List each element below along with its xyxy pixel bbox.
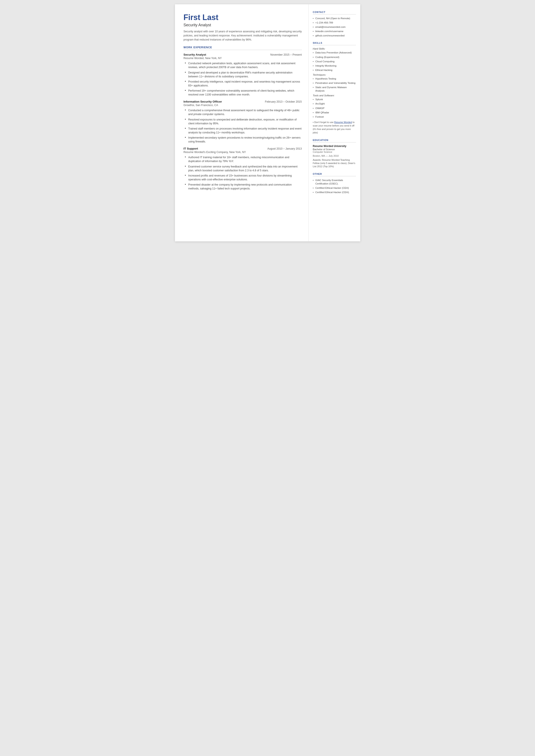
list-item: Static and Dynamic Malware Analysis [313, 86, 356, 93]
job-3-bullets: Authored IT training material for 18+ st… [183, 155, 302, 190]
tools-list: Splunk ArcSight OWASP IBM QRadar Fortine… [313, 98, 356, 118]
education-heading: EDUCATION [313, 139, 356, 142]
job-3: IT Support August 2010 – January 2013 Re… [183, 147, 302, 190]
list-item: Conducted network penetration tests, app… [184, 61, 302, 69]
work-experience-heading: WORK EXPERIENCE [183, 46, 302, 50]
job-3-dates: August 2010 – January 2013 [268, 147, 302, 150]
list-item: Trained staff members on processes invol… [184, 127, 302, 134]
job-1-bullets: Conducted network penetration tests, app… [183, 61, 302, 97]
list-item: Certified Ethical Hacker (CEH) [313, 186, 356, 190]
job-1: Security Analyst November 2015 – Present… [183, 53, 302, 97]
list-item: Fortinet [313, 115, 356, 119]
list-item: email@resumeworded.com [313, 25, 356, 29]
list-item: Hypothesis Testing [313, 77, 356, 80]
resume-worded-link[interactable]: Resume Worded [334, 121, 352, 124]
list-item: Coding (Experienced) [313, 55, 356, 59]
list-item: Increased profits and revenues of 15+ bu… [184, 174, 302, 182]
list-item: ArcSight [313, 102, 356, 105]
list-item: +1-234-456-789 [313, 21, 356, 24]
skills-section: SKILLS Hard Skills: Data-loss Prevention… [313, 42, 356, 134]
list-item: Splunk [313, 98, 356, 101]
list-item: linkedin.com/in/username [313, 30, 356, 33]
resume-page: First Last Security Analyst Security ana… [175, 4, 360, 241]
job-2-bullets: Conducted a comprehensive threat assessm… [183, 108, 302, 144]
list-item: GIAC Security Essentials Certification (… [313, 179, 356, 185]
list-item: Provided security intelligence, rapid in… [184, 80, 302, 88]
list-item: Authored IT training material for 18+ st… [184, 155, 302, 163]
list-item: Certified Ethical Hacker (CEH). [313, 190, 356, 194]
job-1-title: Security Analyst [183, 53, 206, 56]
job-2-header: Information Security Officer February 20… [183, 100, 302, 103]
promo-text: • Don't forget to use Resume Worded to s… [313, 121, 356, 134]
list-item: Conducted a comprehensive threat assessm… [184, 108, 302, 116]
list-item: Penetration and Vulnerability Testing [313, 81, 356, 85]
skills-heading: SKILLS [313, 42, 356, 45]
list-item: OWASP [313, 106, 356, 110]
job-3-header: IT Support August 2010 – January 2013 [183, 147, 302, 150]
job-2-dates: February 2013 – October 2015 [265, 100, 302, 103]
edu-field: Computer Science [313, 151, 356, 153]
education-section: EDUCATION Resume Worded University Bache… [313, 139, 356, 168]
list-item: Performed 19+ comprehensive vulnerabilit… [184, 89, 302, 97]
edu-school: Resume Worded University [313, 145, 356, 148]
list-item: Designed and developed a plan to decentr… [184, 71, 302, 78]
tools-label: Tools and Software: [313, 94, 356, 97]
techniques-list: Hypothesis Testing Penetration and Vulne… [313, 77, 356, 93]
list-item: Data-loss Prevention (Advanced) [313, 51, 356, 54]
other-list: GIAC Security Essentials Certification (… [313, 179, 356, 194]
list-item: Ethical Hacking [313, 68, 356, 72]
other-heading: OTHER [313, 173, 356, 176]
job-1-company: Resume Worded, New York, NY [183, 57, 302, 60]
list-item: Prevented disaster at the company by imp… [184, 183, 302, 190]
job-2: Information Security Officer February 20… [183, 100, 302, 144]
list-item: Implemented secondary system procedures … [184, 136, 302, 144]
contact-heading: CONTACT [313, 11, 356, 14]
candidate-name: First Last [183, 13, 302, 22]
list-item: Resolved exposures to unexpected and del… [184, 118, 302, 126]
list-item: Concord, NH (Open to Remote) [313, 16, 356, 20]
list-item: Examined customer service survey feedbac… [184, 165, 302, 172]
contact-section: CONTACT Concord, NH (Open to Remote) +1-… [313, 11, 356, 37]
left-column: First Last Security Analyst Security ana… [175, 4, 309, 241]
list-item: Cloud Computing [313, 60, 356, 63]
job-3-company: Resume Worded's Exciting Company, New Yo… [183, 151, 302, 154]
list-item: IBM QRadar [313, 111, 356, 114]
edu-degree: Bachelor of Science [313, 148, 356, 151]
candidate-title: Security Analyst [183, 23, 302, 27]
techniques-label: Techniques: [313, 73, 356, 76]
job-2-company: Growthsi, San Francisco, CA [183, 104, 302, 107]
contact-list: Concord, NH (Open to Remote) +1-234-456-… [313, 16, 356, 37]
edu-date: Boston, MA — July 2010 [313, 154, 356, 157]
edu-awards: Awards: Resume Worded Teaching Fellow (o… [313, 158, 356, 168]
job-1-dates: November 2015 – Present [270, 53, 302, 56]
hard-skills-list: Data-loss Prevention (Advanced) Coding (… [313, 51, 356, 71]
candidate-summary: Security analyst with over 10 years of e… [183, 30, 302, 42]
right-column: CONTACT Concord, NH (Open to Remote) +1-… [309, 4, 360, 241]
job-2-title: Information Security Officer [183, 100, 222, 103]
list-item: github.com/resumeworded [313, 34, 356, 37]
job-3-title: IT Support [183, 147, 198, 150]
job-1-header: Security Analyst November 2015 – Present [183, 53, 302, 56]
other-section: OTHER GIAC Security Essentials Certifica… [313, 173, 356, 194]
list-item: Integrity Monitoring [313, 64, 356, 68]
hard-skills-label: Hard Skills: [313, 47, 356, 50]
